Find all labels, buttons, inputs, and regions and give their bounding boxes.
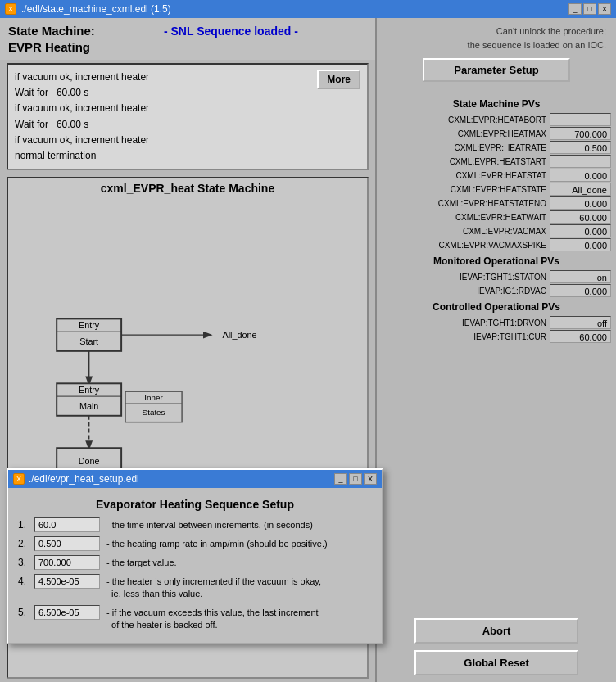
pv-value-vacmax: 0.000 [550, 224, 611, 237]
more-button[interactable]: More [317, 70, 360, 89]
pv-name-heatstat: CXML:EVPR:HEATSTAT [382, 171, 550, 180]
pv-row-heatwait: CXML:EVPR:HEATWAIT 60.000 [382, 210, 611, 224]
title-bar: X ./edl/state_machine_cxml.edl (1.5) _ □… [0, 0, 616, 18]
diagram-title: cxml_EVPR_heat State Machine [8, 178, 367, 198]
pv-row-vacmax: CXML:EVPR:VACMAX 0.000 [382, 224, 611, 237]
window-title: ./edl/state_machine_cxml.edl (1.5) [21, 3, 171, 15]
param-setup-button[interactable]: Parameter Setup [423, 58, 570, 82]
controlled-pvs-title: Controlled Operational PVs [382, 298, 611, 316]
pv-value-heatwait: 60.000 [550, 210, 611, 224]
pv-row-heatabort: CXML:EVPR:HEATABORT [382, 113, 611, 126]
param-desc-3: - the target value. [100, 555, 372, 569]
seq-line-3: if vacuum ok, increment heater [15, 101, 360, 116]
popup-title-bar: X ./edl/evpr_heat_setup.edl _ □ X [8, 470, 382, 488]
pv-name-staton: IEVAP:TGHT1:STATON [382, 273, 550, 282]
pv-value-drvon: off [550, 316, 611, 329]
header-section: State Machine: EVPR Heating - SNL Sequen… [0, 18, 375, 60]
svg-text:All_done: All_done [222, 330, 256, 340]
pv-name-rdvac: IEVAP:IG1:RDVAC [382, 287, 550, 296]
maximize-button[interactable]: □ [583, 3, 596, 15]
close-button[interactable]: X [598, 3, 611, 15]
param-num-5: 5. [18, 605, 34, 618]
param-input-3[interactable] [34, 555, 100, 570]
param-desc-4: - the heater is only incremented if the … [100, 574, 372, 601]
pv-row-staton: IEVAP:TGHT1:STATON on [382, 270, 611, 283]
pv-value-vacmaxspike: 0.000 [550, 238, 611, 251]
svg-text:Entry: Entry [79, 385, 100, 395]
pv-value-cur: 60.000 [550, 330, 611, 343]
popup-content: Evaporator Heating Sequence Setup 1. - t… [8, 488, 382, 643]
svg-text:States: States [143, 408, 165, 417]
pv-name-heatstateno: CXML:EVPR:HEATSTATENO [382, 199, 550, 208]
param-input-2[interactable] [34, 536, 100, 551]
pv-name-vacmax: CXML:EVPR:VACMAX [382, 227, 550, 236]
param-row-1: 1. - the time interval between increment… [18, 517, 372, 532]
param-row-4: 4. - the heater is only incremented if t… [18, 574, 372, 601]
pv-row-heatmax: CXML:EVPR:HEATMAX 700.000 [382, 127, 611, 140]
param-row-2: 2. - the heating ramp rate in amp/min (s… [18, 536, 372, 551]
pv-name-drvon: IEVAP:TGHT1:DRVON [382, 318, 550, 327]
pv-name-heatmax: CXML:EVPR:HEATMAX [382, 129, 550, 138]
svg-text:Main: Main [79, 401, 99, 411]
svg-rect-5 [57, 383, 121, 415]
pv-row-vacmaxspike: CXML:EVPR:VACMAXSPIKE 0.000 [382, 238, 611, 251]
pv-name-vacmaxspike: CXML:EVPR:VACMAXSPIKE [382, 241, 550, 250]
monitored-pvs-title: Monitored Operational PVs [382, 252, 611, 270]
pv-row-heatstat: CXML:EVPR:HEATSTAT 0.000 [382, 169, 611, 182]
param-desc-2: - the heating ramp rate in amp/min (shou… [100, 536, 372, 550]
minimize-button[interactable]: _ [568, 3, 582, 15]
seq-line-5: if vacuum ok, increment heater [15, 133, 360, 148]
param-num-3: 3. [18, 555, 34, 568]
svg-text:Done: Done [79, 456, 100, 466]
state-machine-pvs-title: State Machine PVs [382, 95, 611, 113]
sequence-box: More if vacuum ok, increment heater Wait… [7, 63, 369, 170]
bottom-buttons: Abort Global Reset [377, 612, 616, 682]
seq-line-6: normal termination [15, 148, 360, 164]
pv-value-heatabort [550, 113, 611, 126]
pv-name-heatstart: CXML:EVPR:HEATSTART [382, 157, 550, 166]
param-num-4: 4. [18, 574, 34, 587]
snl-status: - SNL Sequence loaded - [95, 25, 367, 38]
pv-value-heatmax: 700.000 [550, 127, 611, 140]
unlock-line2: the sequence is loaded on an IOC. [387, 38, 606, 52]
global-reset-button[interactable]: Global Reset [414, 650, 578, 675]
pv-row-heatstate: CXML:EVPR:HEATSTATE All_done [382, 183, 611, 196]
param-input-1[interactable] [34, 517, 100, 532]
param-row-3: 3. - the target value. [18, 555, 372, 570]
param-input-4[interactable] [34, 574, 100, 589]
svg-text:Start: Start [79, 336, 98, 346]
svg-rect-0 [57, 319, 121, 351]
pv-row-drvon: IEVAP:TGHT1:DRVON off [382, 316, 611, 329]
popup-minimize-button[interactable]: _ [334, 473, 347, 485]
pv-name-heatwait: CXML:EVPR:HEATWAIT [382, 213, 550, 222]
pv-row-rdvac: IEVAP:IG1:RDVAC 0.000 [382, 284, 611, 297]
pv-row-heatstart: CXML:EVPR:HEATSTART [382, 155, 611, 168]
pv-name-cur: IEVAP:TGHT1:CUR [382, 332, 550, 341]
param-desc-1: - the time interval between increments. … [100, 517, 372, 531]
svg-text:Inner: Inner [144, 393, 163, 402]
popup-close-button[interactable]: X [364, 473, 377, 485]
unlock-line1: Can't unlock the procedure; [387, 25, 606, 38]
seq-line-4: Wait for 60.00 s [15, 117, 360, 133]
pv-value-heatstat: 0.000 [550, 169, 611, 182]
popup-heading: Evaporator Heating Sequence Setup [18, 495, 372, 517]
svg-rect-9 [125, 391, 182, 422]
popup-maximize-button[interactable]: □ [349, 473, 362, 485]
pv-value-heatstart [550, 155, 611, 168]
pv-value-staton: on [550, 270, 611, 283]
pv-name-heatabort: CXML:EVPR:HEATABORT [382, 115, 550, 124]
pv-row-cur: IEVAP:TGHT1:CUR 60.000 [382, 330, 611, 343]
pv-value-heatstateno: 0.000 [550, 196, 611, 210]
abort-button[interactable]: Abort [414, 618, 578, 644]
popup-title: ./edl/evpr_heat_setup.edl [29, 473, 139, 485]
seq-line-1: if vacuum ok, increment heater [15, 70, 360, 85]
param-row-5: 5. - if the vacuum exceeds this value, t… [18, 605, 372, 632]
app-title: State Machine: EVPR Heating [8, 23, 95, 55]
param-desc-5: - if the vacuum exceeds this value, the … [100, 605, 372, 632]
pv-value-heatrate: 0.500 [550, 141, 611, 154]
pv-section: State Machine PVs CXML:EVPR:HEATABORT CX… [377, 95, 616, 612]
unlock-message: Can't unlock the procedure; the sequence… [377, 18, 616, 58]
param-input-5[interactable] [34, 605, 100, 620]
pv-value-heatstate: All_done [550, 183, 611, 196]
pv-value-rdvac: 0.000 [550, 284, 611, 297]
